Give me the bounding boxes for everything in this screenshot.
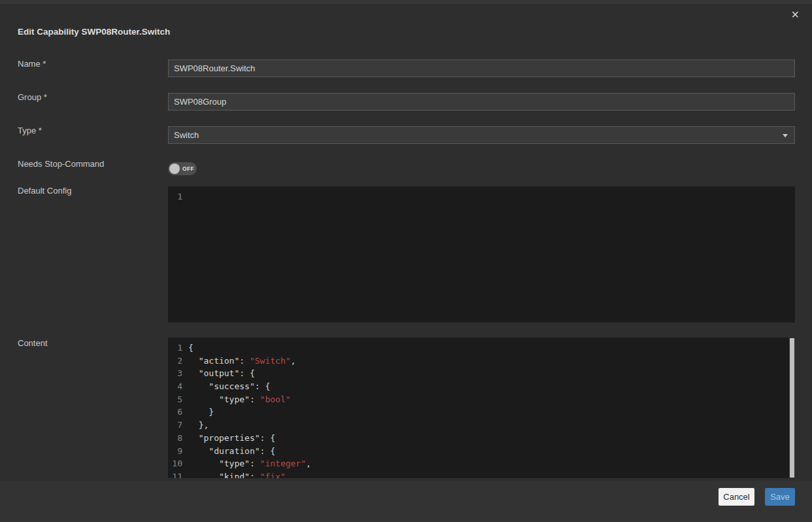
needs-stop-command-label: Needs Stop-Command xyxy=(18,160,104,169)
code-text: { xyxy=(188,341,194,355)
group-input[interactable] xyxy=(168,93,795,111)
content-scrollbar-thumb[interactable] xyxy=(790,338,794,478)
line-number: 2 xyxy=(168,355,182,368)
type-select[interactable]: Switch xyxy=(168,126,795,144)
code-text: "success": { xyxy=(188,380,270,393)
line-number: 1 xyxy=(168,341,182,355)
default-config-code: 1 xyxy=(168,190,795,203)
dialog-title: Edit Capability SWP08Router.Switch xyxy=(18,27,170,37)
code-text: "duration": { xyxy=(188,445,275,458)
line-number: 3 xyxy=(168,367,182,380)
content-editor[interactable]: 1{2 "action": "Switch",3 "output": {4 "s… xyxy=(168,338,795,478)
default-config-label: Default Config xyxy=(18,186,71,196)
code-text: "type": "integer", xyxy=(188,457,311,470)
toggle-knob xyxy=(169,164,180,174)
chevron-down-icon xyxy=(783,134,788,137)
code-text: }, xyxy=(188,419,209,432)
line-number: 6 xyxy=(168,406,182,419)
code-line: 1 xyxy=(168,190,795,203)
toggle-state-label: OFF xyxy=(182,165,194,172)
code-line: 2 "action": "Switch", xyxy=(168,355,795,368)
code-text: "output": { xyxy=(188,367,255,380)
code-line: 7 }, xyxy=(168,419,795,432)
line-number: 5 xyxy=(168,393,182,406)
type-select-value: Switch xyxy=(174,130,199,140)
group-label: Group * xyxy=(18,93,47,102)
line-number: 1 xyxy=(168,190,182,203)
default-config-editor[interactable]: 1 xyxy=(168,186,795,322)
content-scrollbar[interactable] xyxy=(789,338,795,478)
code-line: 8 "properties": { xyxy=(168,432,795,445)
code-text: } xyxy=(188,406,214,419)
code-text: "type": "bool" xyxy=(188,393,291,406)
save-button[interactable]: Save xyxy=(765,488,795,506)
type-label: Type * xyxy=(18,126,42,135)
line-number: 7 xyxy=(168,419,182,432)
code-line: 11 "kind": "fix" xyxy=(168,470,795,478)
line-number: 8 xyxy=(168,432,182,445)
line-number: 10 xyxy=(168,457,182,470)
code-text: "properties": { xyxy=(188,432,275,445)
code-text: "kind": "fix" xyxy=(188,470,286,478)
name-label: Name * xyxy=(18,60,46,69)
edit-capability-dialog: Edit Capability SWP08Router.Switch ✕ Nam… xyxy=(0,0,812,522)
close-icon[interactable]: ✕ xyxy=(791,9,800,21)
code-line: 4 "success": { xyxy=(168,380,795,393)
needs-stop-command-toggle[interactable]: OFF xyxy=(168,162,197,175)
line-number: 4 xyxy=(168,380,182,393)
code-line: 6 } xyxy=(168,406,795,419)
content-label: Content xyxy=(18,339,48,348)
code-text: "action": "Switch", xyxy=(188,355,296,368)
code-line: 3 "output": { xyxy=(168,367,795,380)
line-number: 11 xyxy=(168,470,182,478)
code-line: 5 "type": "bool" xyxy=(168,393,795,406)
name-input[interactable] xyxy=(168,60,795,77)
code-line: 9 "duration": { xyxy=(168,445,795,458)
line-number: 9 xyxy=(168,445,182,458)
dialog-top-edge xyxy=(0,0,812,4)
dialog-footer: Cancel Save xyxy=(0,481,812,522)
code-line: 1{ xyxy=(168,341,795,355)
content-code: 1{2 "action": "Switch",3 "output": {4 "s… xyxy=(168,341,795,478)
cancel-button[interactable]: Cancel xyxy=(719,488,754,506)
code-line: 10 "type": "integer", xyxy=(168,457,795,470)
